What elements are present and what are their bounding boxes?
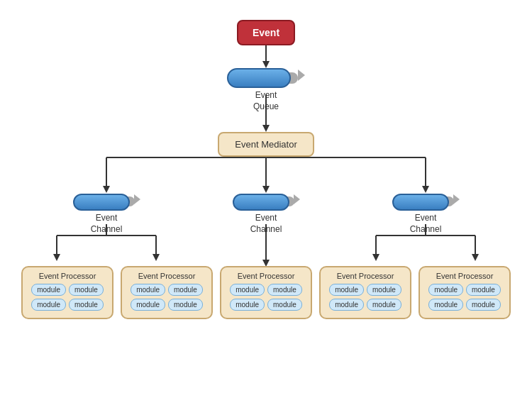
module-1-1-b: module <box>69 284 104 296</box>
channel-pill-middle <box>233 194 289 211</box>
module-3-1-a: module <box>230 284 265 296</box>
svg-marker-15 <box>53 254 60 261</box>
module-4-2-b: module <box>367 299 401 311</box>
processor-3: Event Processor module module module mod… <box>220 266 312 319</box>
channel-label-middle: EventChannel <box>250 213 282 235</box>
module-2-1-b: module <box>168 284 203 296</box>
module-row-1-2: module module <box>28 299 106 311</box>
channel-box-middle <box>233 194 300 211</box>
module-4-1-a: module <box>329 284 364 296</box>
module-4-1-b: module <box>367 284 401 296</box>
diagram: Event EventQueue Event Mediator EventCha… <box>0 0 532 410</box>
queue-arrow-head <box>298 70 305 81</box>
channel-box-left <box>73 194 140 211</box>
module-1-2-a: module <box>31 299 66 311</box>
svg-marker-23 <box>372 254 379 261</box>
module-5-2-b: module <box>466 299 501 311</box>
module-2-2-b: module <box>168 299 203 311</box>
svg-marker-11 <box>422 186 429 193</box>
module-3-1-b: module <box>267 284 302 296</box>
svg-marker-3 <box>262 125 270 132</box>
channel-label-right: EventChannel <box>410 213 442 235</box>
module-5-1-b: module <box>466 284 501 296</box>
processor-1: Event Processor module module module mod… <box>21 266 113 319</box>
svg-marker-7 <box>103 186 110 193</box>
queue-pill <box>227 68 291 88</box>
processor-5: Event Processor module module module mod… <box>419 266 511 319</box>
channel-col-left: EventChannel <box>0 194 213 235</box>
processor-2: Event Processor module module module mod… <box>121 266 213 319</box>
module-4-2-a: module <box>329 299 364 311</box>
module-5-1-a: module <box>428 284 463 296</box>
queue-label: EventQueue <box>253 90 279 112</box>
channel-label-left: EventChannel <box>91 213 123 235</box>
processor-4: Event Processor module module module mod… <box>319 266 411 319</box>
module-row-3-2: module module <box>227 299 305 311</box>
module-1-1-a: module <box>31 284 66 296</box>
module-row-2-1: module module <box>128 284 206 296</box>
module-row-3-1: module module <box>227 284 305 296</box>
module-2-1-a: module <box>131 284 165 296</box>
event-mediator: Event Mediator <box>218 132 314 157</box>
module-5-2-a: module <box>428 299 463 311</box>
channel-box-right <box>392 194 460 211</box>
svg-marker-1 <box>262 61 270 68</box>
module-row-4-1: module module <box>326 284 404 296</box>
svg-marker-9 <box>262 186 270 193</box>
module-3-2-a: module <box>230 299 265 311</box>
module-3-2-b: module <box>267 299 302 311</box>
channel-col-right: EventChannel <box>319 194 532 235</box>
module-row-5-1: module module <box>426 284 504 296</box>
event-node: Event <box>237 10 295 45</box>
module-1-2-b: module <box>69 299 104 311</box>
channel-pill-left <box>73 194 130 211</box>
module-row-1-1: module module <box>28 284 106 296</box>
channel-arrow-head-left <box>134 194 140 204</box>
event-queue-wrap: EventQueue <box>227 68 305 112</box>
event-queue-box <box>227 68 305 88</box>
svg-marker-17 <box>153 254 160 261</box>
channel-arrow-head-middle <box>294 194 300 204</box>
svg-marker-25 <box>472 254 479 261</box>
channel-pill-right <box>392 194 449 211</box>
module-row-4-2: module module <box>326 299 404 311</box>
channel-arrow-head-right <box>453 194 460 204</box>
module-2-2-a: module <box>131 299 165 311</box>
channel-col-middle: EventChannel <box>213 194 319 235</box>
module-row-2-2: module module <box>128 299 206 311</box>
module-row-5-2: module module <box>426 299 504 311</box>
